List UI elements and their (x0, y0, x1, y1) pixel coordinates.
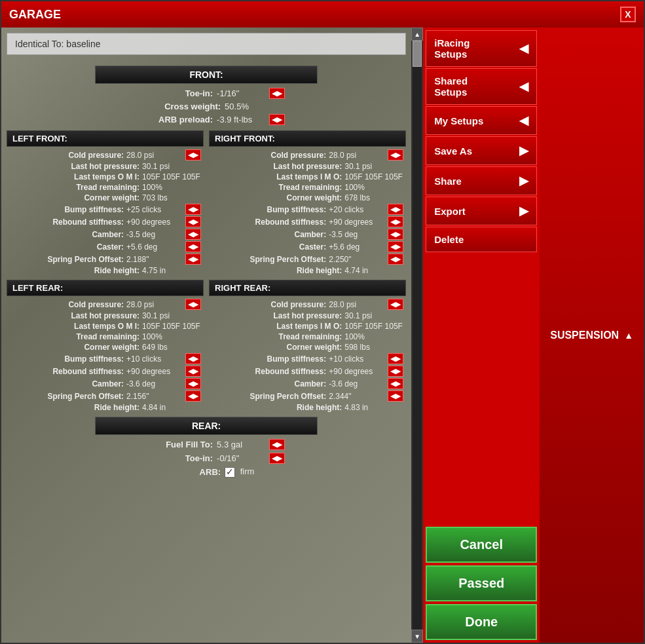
lf-rebound: Rebound stiffness: +90 degrees ◀▶ (7, 216, 204, 228)
rr-camber-stepper[interactable]: ◀▶ (388, 378, 403, 389)
rf-bump-stepper[interactable]: ◀▶ (388, 204, 403, 215)
lf-bump-stepper[interactable]: ◀▶ (185, 204, 201, 215)
delete-label: Delete (434, 234, 464, 245)
rf-caster-stepper[interactable]: ◀▶ (388, 241, 403, 252)
rf-temps: Last temps I M O: 105F 105F 105F (209, 172, 406, 182)
identical-text: Identical To: baseline (15, 39, 101, 49)
front-arb-row: ARB preload: -3.9 ft-lbs ◀▶ (7, 113, 406, 126)
passed-btn[interactable]: Passed (426, 565, 537, 601)
cancel-btn[interactable]: Cancel (426, 527, 537, 563)
lf-camber-stepper[interactable]: ◀▶ (185, 229, 201, 240)
lf-ride-height: Ride height: 4.75 in (7, 265, 204, 276)
scroll-down-arrow[interactable]: ▼ (411, 630, 423, 643)
right-rear-col: RIGHT REAR: Cold pressure: 28.0 psi ◀▶ L… (209, 280, 406, 413)
my-setups-label: My Setups (434, 115, 483, 126)
right-front-header: RIGHT FRONT: (209, 130, 406, 147)
rear-fuel-row: Fuel Fill To: 5.3 gal ◀▶ (7, 438, 406, 451)
rf-corner-weight: Corner weight: 678 lbs (209, 193, 406, 203)
save-as-label: Save As (434, 145, 472, 157)
rf-rebound-stepper[interactable]: ◀▶ (388, 216, 403, 227)
rear-columns: LEFT REAR: Cold pressure: 28.0 psi ◀▶ La… (7, 280, 406, 413)
rr-cold-pressure: Cold pressure: 28.0 psi ◀▶ (209, 298, 406, 311)
rr-camber: Camber: -3.6 deg ◀▶ (209, 377, 406, 390)
close-btn[interactable]: X (620, 7, 636, 22)
lr-temps: Last temps O M I: 105F 105F 105F (7, 321, 204, 331)
lf-bump: Bump stiffness: +25 clicks ◀▶ (7, 203, 204, 216)
lr-bump: Bump stiffness: +10 clicks ◀▶ (7, 352, 204, 365)
lf-rebound-stepper[interactable]: ◀▶ (185, 216, 201, 227)
lr-corner-weight: Corner weight: 649 lbs (7, 342, 204, 352)
setup-scroll[interactable]: FRONT: Toe-in: -1/16" ◀▶ Cross weight: 5… (1, 60, 411, 643)
right-rear-header: RIGHT REAR: (209, 280, 406, 296)
rr-hot-pressure: Last hot pressure: 30.1 psi (209, 311, 406, 321)
lf-tread: Tread remaining: 100% (7, 182, 204, 193)
rear-fuel-stepper[interactable]: ◀▶ (269, 439, 285, 450)
lr-rebound-stepper[interactable]: ◀▶ (185, 366, 201, 377)
rf-caster: Caster: +5.6 deg ◀▶ (209, 240, 406, 253)
lf-cold-pressure: Cold pressure: 28.0 psi ◀▶ (7, 149, 204, 161)
scroll-up-arrow[interactable]: ▲ (411, 28, 423, 41)
lr-bump-stepper[interactable]: ◀▶ (185, 353, 201, 364)
front-header: FRONT: (95, 66, 318, 84)
rf-cold-stepper[interactable]: ◀▶ (388, 149, 403, 161)
bottom-triangle: ▲ (624, 330, 633, 341)
rf-spring-stepper[interactable]: ◀▶ (388, 254, 403, 265)
my-setups-btn[interactable]: My Setups ◀ (426, 106, 537, 135)
arb-value: firm (240, 466, 255, 476)
rr-cold-stepper[interactable]: ◀▶ (388, 299, 403, 310)
rr-bump-stepper[interactable]: ◀▶ (388, 353, 403, 364)
done-btn[interactable]: Done (426, 604, 537, 640)
save-as-btn[interactable]: Save As ▶ (426, 136, 537, 165)
rear-section: REAR: Fuel Fill To: 5.3 gal ◀▶ Toe-in: -… (7, 417, 406, 479)
delete-btn[interactable]: Delete (426, 227, 537, 252)
rear-arb-row: ARB: firm (7, 465, 406, 479)
front-columns: LEFT FRONT: Cold pressure: 28.0 psi ◀▶ L… (7, 130, 406, 276)
export-arrow: ▶ (519, 204, 528, 218)
left-rear-col: LEFT REAR: Cold pressure: 28.0 psi ◀▶ La… (7, 280, 204, 413)
front-toe-stepper[interactable]: ◀▶ (269, 88, 285, 99)
lr-spring-stepper[interactable]: ◀▶ (185, 390, 201, 402)
front-cross-row: Cross weight: 50.5% (7, 100, 406, 113)
iracing-setups-arrow: ◀ (519, 41, 528, 56)
scroll-thumb[interactable] (413, 41, 422, 67)
lf-cold-stepper[interactable]: ◀▶ (185, 149, 201, 161)
lf-spring-perch: Spring Perch Offset: 2.188" ◀▶ (7, 253, 204, 265)
lr-camber-stepper[interactable]: ◀▶ (185, 378, 201, 389)
lr-hot-pressure: Last hot pressure: 30.1 psi (7, 311, 204, 321)
passed-label: Passed (458, 576, 504, 590)
rr-rebound: Rebound stiffness: +90 degrees ◀▶ (209, 365, 406, 377)
left-front-header: LEFT FRONT: (7, 130, 204, 147)
app-title: GARAGE (9, 8, 61, 22)
identical-bar: Identical To: baseline (7, 33, 406, 55)
rr-rebound-stepper[interactable]: ◀▶ (388, 366, 403, 377)
rf-camber-stepper[interactable]: ◀▶ (388, 229, 403, 240)
app: GARAGE X Identical To: baseline (0, 0, 645, 644)
lf-caster: Caster: +5.6 deg ◀▶ (7, 240, 204, 253)
shared-setups-arrow: ◀ (519, 79, 528, 94)
close-icon: X (625, 9, 631, 20)
front-toe-row: Toe-in: -1/16" ◀▶ (7, 86, 406, 100)
setup-panel: Identical To: baseline FRONT: Toe-in: -1… (1, 28, 411, 643)
front-arb-stepper[interactable]: ◀▶ (269, 114, 285, 125)
rr-spring-perch: Spring Perch Offset: 2.344" ◀▶ (209, 390, 406, 402)
iracing-setups-label: iRacingSetups (434, 37, 470, 60)
share-arrow: ▶ (519, 174, 528, 188)
rf-hot-pressure: Last hot pressure: 30.1 psi (209, 161, 406, 172)
lf-spring-stepper[interactable]: ◀▶ (185, 254, 201, 265)
my-setups-arrow: ◀ (519, 113, 528, 128)
rear-toe-stepper[interactable]: ◀▶ (269, 453, 285, 464)
title-bar: GARAGE X (1, 1, 644, 28)
lr-spring-perch: Spring Perch Offset: 2.156" ◀▶ (7, 390, 204, 402)
lf-caster-stepper[interactable]: ◀▶ (185, 241, 201, 252)
arb-checkbox[interactable] (225, 467, 235, 478)
left-rear-header: LEFT REAR: (7, 280, 204, 296)
rr-tread: Tread remaining: 100% (209, 331, 406, 342)
share-btn[interactable]: Share ▶ (426, 166, 537, 195)
rr-spring-stepper[interactable]: ◀▶ (388, 390, 403, 402)
export-btn[interactable]: Export ▶ (426, 197, 537, 225)
lr-tread: Tread remaining: 100% (7, 331, 204, 342)
iracing-setups-btn[interactable]: iRacingSetups ◀ (426, 30, 537, 67)
shared-setups-btn[interactable]: SharedSetups ◀ (426, 68, 537, 105)
lf-camber: Camber: -3.5 deg ◀▶ (7, 228, 204, 240)
lr-cold-stepper[interactable]: ◀▶ (185, 299, 201, 310)
